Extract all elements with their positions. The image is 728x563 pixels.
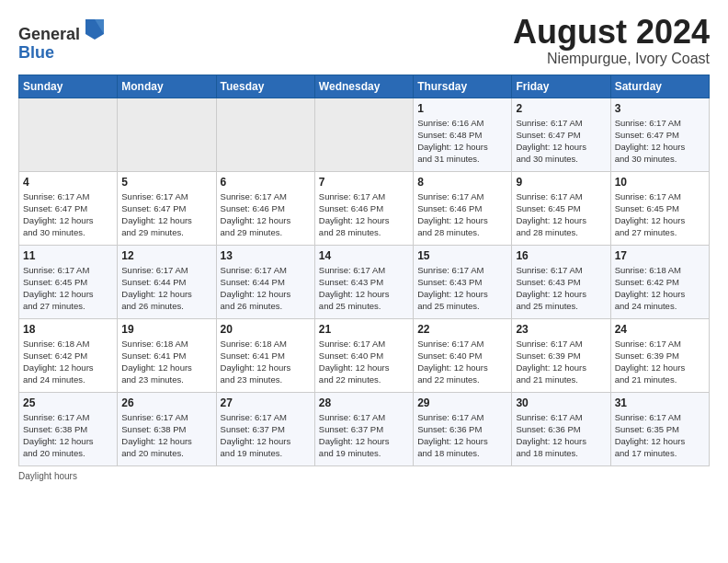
day-number: 15	[417, 249, 507, 262]
calendar-cell: 28Sunrise: 6:17 AM Sunset: 6:37 PM Dayli…	[314, 392, 413, 465]
day-info: Sunrise: 6:17 AM Sunset: 6:40 PM Dayligh…	[417, 338, 507, 386]
calendar-cell	[314, 98, 413, 171]
calendar-cell: 17Sunrise: 6:18 AM Sunset: 6:42 PM Dayli…	[610, 245, 709, 318]
day-info: Sunrise: 6:17 AM Sunset: 6:46 PM Dayligh…	[319, 190, 409, 239]
calendar-cell: 4Sunrise: 6:17 AM Sunset: 6:47 PM Daylig…	[19, 171, 118, 245]
logo-icon	[82, 14, 108, 40]
day-number: 25	[23, 396, 113, 409]
page: General Blue August 2024 Niempurgue, Ivo…	[0, 0, 728, 490]
calendar-cell	[118, 98, 216, 171]
day-info: Sunrise: 6:17 AM Sunset: 6:43 PM Dayligh…	[417, 264, 507, 313]
day-info: Sunrise: 6:18 AM Sunset: 6:41 PM Dayligh…	[121, 338, 211, 386]
calendar-cell: 9Sunrise: 6:17 AM Sunset: 6:45 PM Daylig…	[512, 171, 610, 245]
header-day-monday: Monday	[118, 75, 216, 98]
calendar-table: SundayMondayTuesdayWednesdayThursdayFrid…	[18, 75, 710, 466]
day-number: 23	[516, 323, 606, 336]
week-row-3: 18Sunrise: 6:18 AM Sunset: 6:42 PM Dayli…	[19, 318, 710, 392]
day-number: 27	[221, 396, 311, 409]
calendar-cell: 7Sunrise: 6:17 AM Sunset: 6:46 PM Daylig…	[314, 171, 413, 245]
day-number: 28	[319, 396, 409, 409]
day-number: 9	[516, 176, 606, 189]
calendar-cell: 26Sunrise: 6:17 AM Sunset: 6:38 PM Dayli…	[118, 392, 216, 465]
header-day-saturday: Saturday	[610, 75, 709, 98]
day-info: Sunrise: 6:18 AM Sunset: 6:42 PM Dayligh…	[23, 338, 113, 386]
week-row-0: 1Sunrise: 6:16 AM Sunset: 6:48 PM Daylig…	[19, 98, 710, 171]
title-block: August 2024 Niempurgue, Ivory Coast	[513, 14, 710, 67]
day-number: 4	[23, 176, 113, 189]
day-number: 6	[221, 176, 311, 189]
calendar-body: 1Sunrise: 6:16 AM Sunset: 6:48 PM Daylig…	[19, 98, 710, 465]
day-number: 11	[23, 249, 113, 262]
calendar-cell: 29Sunrise: 6:17 AM Sunset: 6:36 PM Dayli…	[414, 392, 512, 465]
calendar-cell: 1Sunrise: 6:16 AM Sunset: 6:48 PM Daylig…	[414, 98, 512, 171]
day-info: Sunrise: 6:17 AM Sunset: 6:40 PM Dayligh…	[319, 338, 409, 386]
day-number: 18	[23, 323, 113, 336]
footer-text: Daylight hours	[18, 471, 77, 481]
day-info: Sunrise: 6:17 AM Sunset: 6:45 PM Dayligh…	[516, 190, 606, 239]
day-info: Sunrise: 6:17 AM Sunset: 6:47 PM Dayligh…	[23, 190, 113, 239]
calendar-cell: 30Sunrise: 6:17 AM Sunset: 6:36 PM Dayli…	[512, 392, 610, 465]
calendar-cell: 24Sunrise: 6:17 AM Sunset: 6:39 PM Dayli…	[610, 318, 709, 392]
calendar-cell: 25Sunrise: 6:17 AM Sunset: 6:38 PM Dayli…	[19, 392, 118, 465]
calendar-cell: 21Sunrise: 6:17 AM Sunset: 6:40 PM Dayli…	[314, 318, 413, 392]
day-number: 2	[516, 102, 606, 115]
header-day-tuesday: Tuesday	[216, 75, 314, 98]
day-info: Sunrise: 6:17 AM Sunset: 6:43 PM Dayligh…	[516, 264, 606, 313]
day-number: 29	[417, 396, 507, 409]
calendar-cell: 2Sunrise: 6:17 AM Sunset: 6:47 PM Daylig…	[512, 98, 610, 171]
day-info: Sunrise: 6:17 AM Sunset: 6:37 PM Dayligh…	[221, 411, 311, 460]
day-info: Sunrise: 6:17 AM Sunset: 6:47 PM Dayligh…	[615, 117, 705, 166]
calendar-cell: 12Sunrise: 6:17 AM Sunset: 6:44 PM Dayli…	[118, 245, 216, 318]
calendar-cell: 3Sunrise: 6:17 AM Sunset: 6:47 PM Daylig…	[610, 98, 709, 171]
day-number: 5	[121, 176, 211, 189]
day-info: Sunrise: 6:17 AM Sunset: 6:44 PM Dayligh…	[121, 264, 211, 313]
day-number: 8	[417, 176, 507, 189]
calendar-cell: 20Sunrise: 6:18 AM Sunset: 6:41 PM Dayli…	[216, 318, 314, 392]
day-info: Sunrise: 6:17 AM Sunset: 6:39 PM Dayligh…	[516, 338, 606, 386]
day-number: 3	[615, 102, 705, 115]
calendar-cell: 13Sunrise: 6:17 AM Sunset: 6:44 PM Dayli…	[216, 245, 314, 318]
day-number: 13	[221, 249, 311, 262]
calendar-cell: 27Sunrise: 6:17 AM Sunset: 6:37 PM Dayli…	[216, 392, 314, 465]
day-number: 21	[319, 323, 409, 336]
day-number: 26	[121, 396, 211, 409]
logo-blue-text: Blue	[18, 43, 54, 62]
day-number: 1	[417, 102, 507, 115]
day-info: Sunrise: 6:17 AM Sunset: 6:36 PM Dayligh…	[516, 411, 606, 460]
calendar-cell: 5Sunrise: 6:17 AM Sunset: 6:47 PM Daylig…	[118, 171, 216, 245]
calendar-cell: 19Sunrise: 6:18 AM Sunset: 6:41 PM Dayli…	[118, 318, 216, 392]
day-info: Sunrise: 6:18 AM Sunset: 6:41 PM Dayligh…	[221, 338, 311, 386]
header-day-friday: Friday	[512, 75, 610, 98]
calendar-cell: 18Sunrise: 6:18 AM Sunset: 6:42 PM Dayli…	[19, 318, 118, 392]
day-info: Sunrise: 6:17 AM Sunset: 6:43 PM Dayligh…	[319, 264, 409, 313]
calendar-cell: 11Sunrise: 6:17 AM Sunset: 6:45 PM Dayli…	[19, 245, 118, 318]
calendar-cell: 16Sunrise: 6:17 AM Sunset: 6:43 PM Dayli…	[512, 245, 610, 318]
day-number: 16	[516, 249, 606, 262]
location: Niempurgue, Ivory Coast	[513, 51, 710, 67]
day-number: 7	[319, 176, 409, 189]
calendar-cell: 22Sunrise: 6:17 AM Sunset: 6:40 PM Dayli…	[414, 318, 512, 392]
day-number: 20	[221, 323, 311, 336]
day-info: Sunrise: 6:17 AM Sunset: 6:37 PM Dayligh…	[319, 411, 409, 460]
day-info: Sunrise: 6:17 AM Sunset: 6:44 PM Dayligh…	[221, 264, 311, 313]
day-number: 24	[615, 323, 705, 336]
day-info: Sunrise: 6:17 AM Sunset: 6:45 PM Dayligh…	[615, 190, 705, 239]
footer: Daylight hours	[18, 471, 710, 481]
calendar-cell: 10Sunrise: 6:17 AM Sunset: 6:45 PM Dayli…	[610, 171, 709, 245]
calendar-cell: 8Sunrise: 6:17 AM Sunset: 6:46 PM Daylig…	[414, 171, 512, 245]
day-info: Sunrise: 6:17 AM Sunset: 6:45 PM Dayligh…	[23, 264, 113, 313]
day-info: Sunrise: 6:17 AM Sunset: 6:46 PM Dayligh…	[417, 190, 507, 239]
week-row-1: 4Sunrise: 6:17 AM Sunset: 6:47 PM Daylig…	[19, 171, 710, 245]
day-info: Sunrise: 6:17 AM Sunset: 6:39 PM Dayligh…	[615, 338, 705, 386]
week-row-2: 11Sunrise: 6:17 AM Sunset: 6:45 PM Dayli…	[19, 245, 710, 318]
day-info: Sunrise: 6:17 AM Sunset: 6:46 PM Dayligh…	[221, 190, 311, 239]
day-number: 30	[516, 396, 606, 409]
calendar-cell: 14Sunrise: 6:17 AM Sunset: 6:43 PM Dayli…	[314, 245, 413, 318]
day-info: Sunrise: 6:17 AM Sunset: 6:47 PM Dayligh…	[516, 117, 606, 166]
day-info: Sunrise: 6:18 AM Sunset: 6:42 PM Dayligh…	[615, 264, 705, 313]
calendar-cell: 6Sunrise: 6:17 AM Sunset: 6:46 PM Daylig…	[216, 171, 314, 245]
day-number: 10	[615, 176, 705, 189]
day-number: 17	[615, 249, 705, 262]
month-title: August 2024	[513, 14, 710, 51]
day-number: 12	[121, 249, 211, 262]
